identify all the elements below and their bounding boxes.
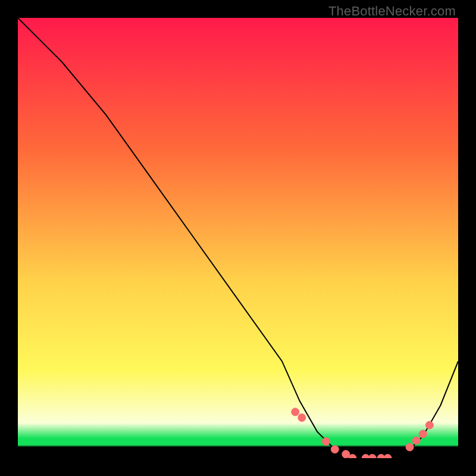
- data-marker: [292, 408, 299, 416]
- bottleneck-chart: [18, 18, 458, 458]
- chart-frame: [18, 18, 458, 458]
- data-marker: [322, 437, 330, 445]
- gradient-background: [18, 18, 458, 458]
- data-marker: [298, 414, 306, 421]
- data-marker: [331, 446, 339, 453]
- data-marker: [412, 437, 420, 444]
- data-marker: [406, 443, 414, 451]
- data-marker: [425, 421, 433, 429]
- data-marker: [419, 430, 427, 438]
- watermark-text: TheBottleNecker.com: [328, 4, 456, 19]
